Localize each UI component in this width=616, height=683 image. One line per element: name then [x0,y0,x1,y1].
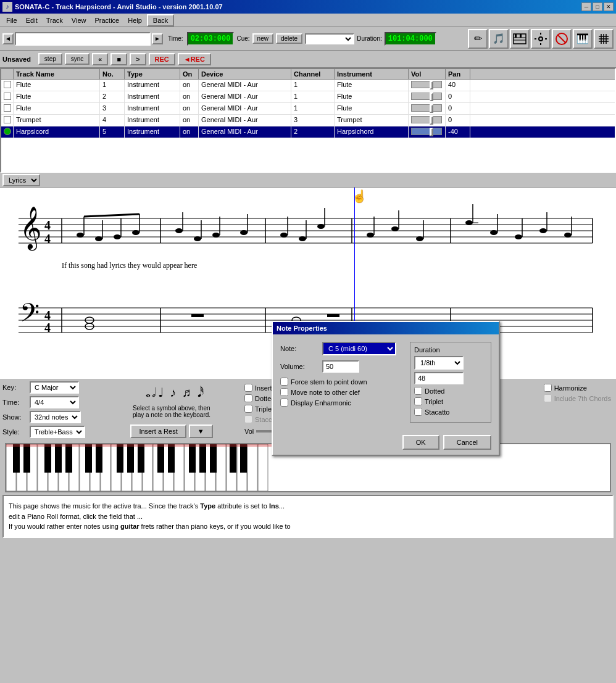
stacatto-checkbox[interactable] [414,408,422,416]
dialog-left: Note: C 5 (midi 60) Volume: Force stem t… [280,342,396,423]
dialog-content: Note: C 5 (midi 60) Volume: Force stem t… [273,334,499,430]
move-note-checkbox[interactable] [280,388,288,396]
stacatto-label: Stacatto [425,408,449,416]
duration-group: Duration 1/8th Dotted Triplet [410,342,491,423]
volume-input[interactable] [322,360,359,373]
note-select[interactable]: C 5 (midi 60) [322,342,396,355]
move-note-row: Move note to other clef [280,388,396,396]
volume-label: Volume: [280,363,317,370]
volume-row: Volume: [280,360,396,373]
dialog-overlay: Note Properties Note: C 5 (midi 60) Volu… [0,0,616,683]
dialog-title-bar: Note Properties [273,322,499,334]
dialog-main-row: Note: C 5 (midi 60) Volume: Force stem t… [280,342,491,423]
triplet-row: Triplet [414,397,487,405]
dotted-label: Dotted [425,387,444,395]
note-properties-dialog: Note Properties Note: C 5 (midi 60) Volu… [272,321,500,456]
force-stem-label: Force stem to point down [291,378,367,386]
force-stem-row: Force stem to point down [280,378,396,386]
duration-select[interactable]: 1/8th [414,356,464,370]
note-row: Note: C 5 (midi 60) [280,342,396,355]
dotted-checkbox[interactable] [414,387,422,395]
duration-group-title: Duration [414,346,487,354]
dialog-title-text: Note Properties [277,325,327,332]
dotted-row: Dotted [414,387,487,395]
triplet-checkbox[interactable] [414,397,422,405]
display-enharmonic-row: Display Enharmonic [280,399,396,407]
dialog-buttons: OK Cancel [273,430,499,455]
display-enharmonic-checkbox[interactable] [280,399,288,407]
triplet-label: Triplet [425,398,443,405]
main-window: ♪ SONATA-C - Track Harpsicord - Anvil St… [0,0,616,683]
move-note-label: Move note to other clef [291,389,360,396]
force-stem-checkbox[interactable] [280,378,288,386]
duration-number-input[interactable] [414,372,464,384]
cancel-button[interactable]: Cancel [443,435,491,450]
display-enharmonic-label: Display Enharmonic [291,399,351,407]
ok-button[interactable]: OK [402,435,439,450]
stacatto-row: Stacatto [414,408,487,416]
note-label: Note: [280,345,317,352]
